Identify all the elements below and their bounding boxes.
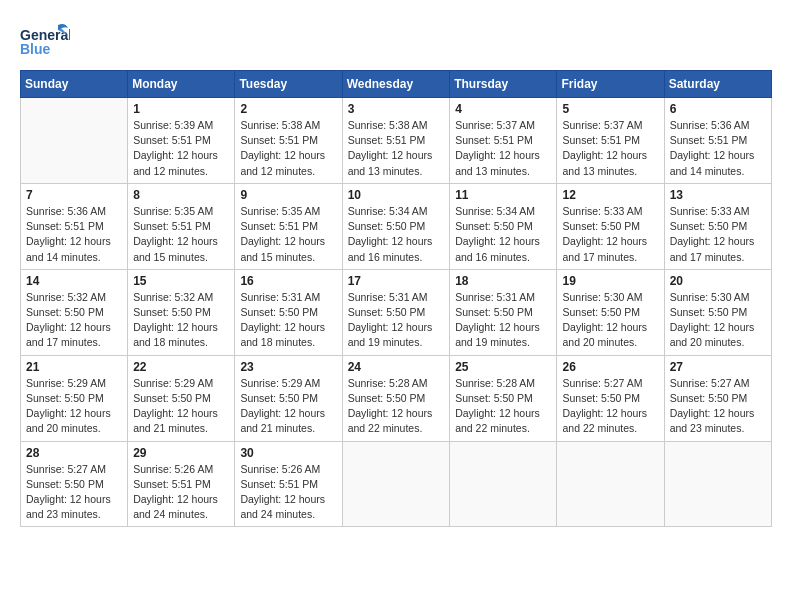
calendar-table: SundayMondayTuesdayWednesdayThursdayFrid… bbox=[20, 70, 772, 527]
calendar-cell: 30Sunrise: 5:26 AM Sunset: 5:51 PM Dayli… bbox=[235, 441, 342, 527]
day-number: 18 bbox=[455, 274, 551, 288]
calendar-week-5: 28Sunrise: 5:27 AM Sunset: 5:50 PM Dayli… bbox=[21, 441, 772, 527]
calendar-cell: 23Sunrise: 5:29 AM Sunset: 5:50 PM Dayli… bbox=[235, 355, 342, 441]
day-number: 15 bbox=[133, 274, 229, 288]
calendar-cell: 24Sunrise: 5:28 AM Sunset: 5:50 PM Dayli… bbox=[342, 355, 450, 441]
weekday-header-tuesday: Tuesday bbox=[235, 71, 342, 98]
day-info: Sunrise: 5:38 AM Sunset: 5:51 PM Dayligh… bbox=[240, 118, 336, 179]
calendar-cell: 14Sunrise: 5:32 AM Sunset: 5:50 PM Dayli… bbox=[21, 269, 128, 355]
day-number: 30 bbox=[240, 446, 336, 460]
day-info: Sunrise: 5:35 AM Sunset: 5:51 PM Dayligh… bbox=[133, 204, 229, 265]
day-info: Sunrise: 5:31 AM Sunset: 5:50 PM Dayligh… bbox=[455, 290, 551, 351]
calendar-cell: 25Sunrise: 5:28 AM Sunset: 5:50 PM Dayli… bbox=[450, 355, 557, 441]
calendar-cell: 6Sunrise: 5:36 AM Sunset: 5:51 PM Daylig… bbox=[664, 98, 771, 184]
calendar-week-4: 21Sunrise: 5:29 AM Sunset: 5:50 PM Dayli… bbox=[21, 355, 772, 441]
calendar-cell: 19Sunrise: 5:30 AM Sunset: 5:50 PM Dayli… bbox=[557, 269, 664, 355]
day-number: 7 bbox=[26, 188, 122, 202]
weekday-header-friday: Friday bbox=[557, 71, 664, 98]
weekday-header-saturday: Saturday bbox=[664, 71, 771, 98]
calendar-cell: 21Sunrise: 5:29 AM Sunset: 5:50 PM Dayli… bbox=[21, 355, 128, 441]
day-number: 24 bbox=[348, 360, 445, 374]
calendar-cell: 4Sunrise: 5:37 AM Sunset: 5:51 PM Daylig… bbox=[450, 98, 557, 184]
calendar-cell: 13Sunrise: 5:33 AM Sunset: 5:50 PM Dayli… bbox=[664, 183, 771, 269]
calendar-cell bbox=[342, 441, 450, 527]
calendar-week-2: 7Sunrise: 5:36 AM Sunset: 5:51 PM Daylig… bbox=[21, 183, 772, 269]
day-number: 21 bbox=[26, 360, 122, 374]
calendar-cell: 20Sunrise: 5:30 AM Sunset: 5:50 PM Dayli… bbox=[664, 269, 771, 355]
calendar-cell: 7Sunrise: 5:36 AM Sunset: 5:51 PM Daylig… bbox=[21, 183, 128, 269]
day-info: Sunrise: 5:27 AM Sunset: 5:50 PM Dayligh… bbox=[562, 376, 658, 437]
day-number: 13 bbox=[670, 188, 766, 202]
calendar-cell: 17Sunrise: 5:31 AM Sunset: 5:50 PM Dayli… bbox=[342, 269, 450, 355]
day-number: 4 bbox=[455, 102, 551, 116]
day-number: 23 bbox=[240, 360, 336, 374]
calendar-cell: 5Sunrise: 5:37 AM Sunset: 5:51 PM Daylig… bbox=[557, 98, 664, 184]
day-info: Sunrise: 5:32 AM Sunset: 5:50 PM Dayligh… bbox=[133, 290, 229, 351]
day-number: 2 bbox=[240, 102, 336, 116]
day-number: 19 bbox=[562, 274, 658, 288]
day-info: Sunrise: 5:32 AM Sunset: 5:50 PM Dayligh… bbox=[26, 290, 122, 351]
calendar-cell: 29Sunrise: 5:26 AM Sunset: 5:51 PM Dayli… bbox=[128, 441, 235, 527]
day-info: Sunrise: 5:37 AM Sunset: 5:51 PM Dayligh… bbox=[455, 118, 551, 179]
day-number: 3 bbox=[348, 102, 445, 116]
day-info: Sunrise: 5:29 AM Sunset: 5:50 PM Dayligh… bbox=[26, 376, 122, 437]
calendar-header-row: SundayMondayTuesdayWednesdayThursdayFrid… bbox=[21, 71, 772, 98]
weekday-header-wednesday: Wednesday bbox=[342, 71, 450, 98]
day-number: 20 bbox=[670, 274, 766, 288]
day-number: 25 bbox=[455, 360, 551, 374]
logo: General Blue bbox=[20, 20, 70, 60]
day-info: Sunrise: 5:33 AM Sunset: 5:50 PM Dayligh… bbox=[670, 204, 766, 265]
calendar-cell: 26Sunrise: 5:27 AM Sunset: 5:50 PM Dayli… bbox=[557, 355, 664, 441]
day-info: Sunrise: 5:31 AM Sunset: 5:50 PM Dayligh… bbox=[240, 290, 336, 351]
svg-text:Blue: Blue bbox=[20, 41, 51, 57]
calendar-cell bbox=[450, 441, 557, 527]
day-info: Sunrise: 5:36 AM Sunset: 5:51 PM Dayligh… bbox=[26, 204, 122, 265]
weekday-header-thursday: Thursday bbox=[450, 71, 557, 98]
weekday-header-sunday: Sunday bbox=[21, 71, 128, 98]
weekday-header-monday: Monday bbox=[128, 71, 235, 98]
day-number: 5 bbox=[562, 102, 658, 116]
day-info: Sunrise: 5:30 AM Sunset: 5:50 PM Dayligh… bbox=[562, 290, 658, 351]
calendar-cell: 10Sunrise: 5:34 AM Sunset: 5:50 PM Dayli… bbox=[342, 183, 450, 269]
day-number: 26 bbox=[562, 360, 658, 374]
day-number: 27 bbox=[670, 360, 766, 374]
calendar-cell: 12Sunrise: 5:33 AM Sunset: 5:50 PM Dayli… bbox=[557, 183, 664, 269]
calendar-cell: 22Sunrise: 5:29 AM Sunset: 5:50 PM Dayli… bbox=[128, 355, 235, 441]
day-info: Sunrise: 5:37 AM Sunset: 5:51 PM Dayligh… bbox=[562, 118, 658, 179]
calendar-cell bbox=[21, 98, 128, 184]
day-info: Sunrise: 5:38 AM Sunset: 5:51 PM Dayligh… bbox=[348, 118, 445, 179]
day-number: 22 bbox=[133, 360, 229, 374]
calendar-cell: 16Sunrise: 5:31 AM Sunset: 5:50 PM Dayli… bbox=[235, 269, 342, 355]
day-number: 28 bbox=[26, 446, 122, 460]
calendar-cell: 1Sunrise: 5:39 AM Sunset: 5:51 PM Daylig… bbox=[128, 98, 235, 184]
calendar-cell: 15Sunrise: 5:32 AM Sunset: 5:50 PM Dayli… bbox=[128, 269, 235, 355]
day-info: Sunrise: 5:26 AM Sunset: 5:51 PM Dayligh… bbox=[240, 462, 336, 523]
day-info: Sunrise: 5:39 AM Sunset: 5:51 PM Dayligh… bbox=[133, 118, 229, 179]
day-number: 29 bbox=[133, 446, 229, 460]
day-number: 1 bbox=[133, 102, 229, 116]
day-info: Sunrise: 5:31 AM Sunset: 5:50 PM Dayligh… bbox=[348, 290, 445, 351]
day-number: 6 bbox=[670, 102, 766, 116]
calendar-cell: 2Sunrise: 5:38 AM Sunset: 5:51 PM Daylig… bbox=[235, 98, 342, 184]
day-info: Sunrise: 5:35 AM Sunset: 5:51 PM Dayligh… bbox=[240, 204, 336, 265]
day-number: 11 bbox=[455, 188, 551, 202]
day-number: 16 bbox=[240, 274, 336, 288]
calendar-week-1: 1Sunrise: 5:39 AM Sunset: 5:51 PM Daylig… bbox=[21, 98, 772, 184]
day-info: Sunrise: 5:28 AM Sunset: 5:50 PM Dayligh… bbox=[348, 376, 445, 437]
day-number: 14 bbox=[26, 274, 122, 288]
day-info: Sunrise: 5:28 AM Sunset: 5:50 PM Dayligh… bbox=[455, 376, 551, 437]
calendar-cell: 18Sunrise: 5:31 AM Sunset: 5:50 PM Dayli… bbox=[450, 269, 557, 355]
page-header: General Blue bbox=[20, 20, 772, 60]
calendar-cell bbox=[664, 441, 771, 527]
day-info: Sunrise: 5:34 AM Sunset: 5:50 PM Dayligh… bbox=[455, 204, 551, 265]
day-info: Sunrise: 5:29 AM Sunset: 5:50 PM Dayligh… bbox=[133, 376, 229, 437]
calendar-cell: 27Sunrise: 5:27 AM Sunset: 5:50 PM Dayli… bbox=[664, 355, 771, 441]
day-info: Sunrise: 5:27 AM Sunset: 5:50 PM Dayligh… bbox=[670, 376, 766, 437]
calendar-cell bbox=[557, 441, 664, 527]
day-info: Sunrise: 5:26 AM Sunset: 5:51 PM Dayligh… bbox=[133, 462, 229, 523]
day-info: Sunrise: 5:36 AM Sunset: 5:51 PM Dayligh… bbox=[670, 118, 766, 179]
day-info: Sunrise: 5:27 AM Sunset: 5:50 PM Dayligh… bbox=[26, 462, 122, 523]
day-number: 12 bbox=[562, 188, 658, 202]
day-info: Sunrise: 5:29 AM Sunset: 5:50 PM Dayligh… bbox=[240, 376, 336, 437]
day-number: 17 bbox=[348, 274, 445, 288]
